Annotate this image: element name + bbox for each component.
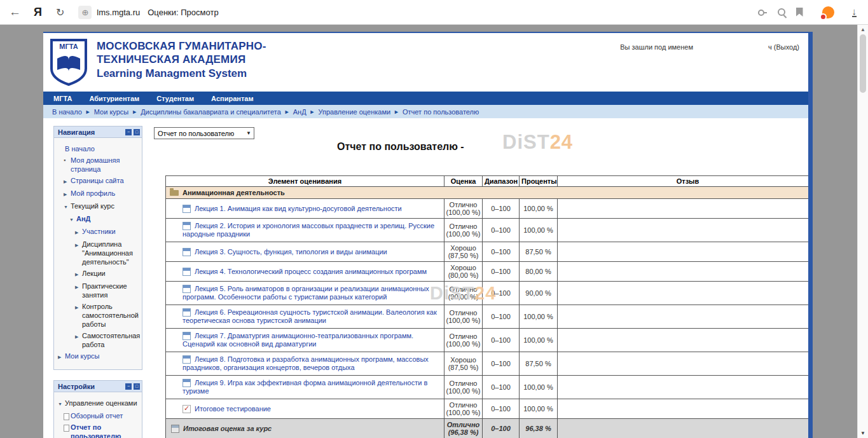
grade-item-row: Лекция 2. История и хронология массовых …: [166, 219, 813, 242]
grade-cell: Хорошо(87,50 %): [444, 352, 483, 376]
range-cell: 0–100: [483, 262, 520, 282]
sidebar-item-label: АнД: [76, 214, 90, 224]
sidebar-item[interactable]: ▼ Управление оценками: [58, 399, 140, 409]
col-header-percent: Проценты: [520, 176, 558, 187]
sidebar-item[interactable]: ▶ Мой профиль: [64, 189, 140, 199]
sidebar-item[interactable]: ▶ Мои курсы: [58, 352, 140, 362]
menu-item-studentam[interactable]: Студентам: [156, 95, 194, 102]
lesson-icon: [183, 268, 191, 276]
grade-item-link[interactable]: Лекция 2. История и хронология массовых …: [183, 222, 434, 238]
tree-toggle-icon[interactable]: ▼: [69, 214, 76, 224]
scrollbar[interactable]: ▲ ▼: [857, 25, 868, 438]
block-collapse-icon[interactable]: −: [125, 383, 132, 390]
tree-toggle-icon[interactable]: ▶: [75, 302, 82, 329]
breadcrumb-grades-admin[interactable]: Управление оценками: [319, 108, 391, 116]
logo-text: МГТА: [59, 43, 78, 50]
sidebar-item[interactable]: ▶ Лекции: [75, 269, 140, 279]
sidebar-item[interactable]: В начало: [58, 144, 140, 153]
notifications-icon[interactable]: [822, 6, 834, 18]
sidebar-item[interactable]: ▶ Контроль самостоятельной работы: [75, 302, 140, 329]
sidebar-item[interactable]: ▶ Практические занятия: [75, 282, 140, 299]
scroll-up-icon[interactable]: ▲: [858, 27, 868, 32]
tree-toggle-icon[interactable]: ▪: [64, 156, 71, 174]
menu-item-abiturientam[interactable]: Абитуриентам: [89, 95, 139, 102]
menu-item-aspirantam[interactable]: Аспирантам: [211, 95, 253, 102]
range-cell: 0–100: [483, 329, 520, 352]
grade-item-link[interactable]: Лекция 3. Сущность, функция, типология и…: [195, 248, 387, 256]
back-icon[interactable]: ←: [9, 5, 21, 19]
scroll-down-icon[interactable]: ▼: [858, 430, 868, 436]
sidebar: Навигация − □ В начало ▪ Моя домашняя ст…: [53, 126, 142, 438]
report-type-select[interactable]: Отчет по пользователю ▼: [154, 127, 254, 139]
sidebar-item[interactable]: ▶ Дисциплина "Анимационная деятельность": [75, 240, 140, 266]
downloads-icon[interactable]: ↓: [852, 7, 857, 17]
tree-toggle-icon[interactable]: [64, 411, 71, 420]
feedback-cell: [558, 282, 813, 305]
grade-item-row: Лекция 6. Рекреационная сущность туристс…: [166, 305, 813, 329]
total-percent-cell: 96,38 %: [520, 419, 558, 438]
sidebar-item[interactable]: ▼ АнД: [69, 214, 140, 224]
breadcrumb-user-report[interactable]: Отчет по пользователю: [403, 108, 479, 116]
tree-toggle-icon[interactable]: ▶: [75, 331, 82, 349]
tree-toggle-icon[interactable]: [64, 423, 71, 438]
reload-icon[interactable]: ↻: [56, 6, 64, 18]
tree-toggle-icon[interactable]: ▶: [64, 176, 71, 186]
grade-cell: Отлично(100,00 %): [444, 199, 483, 219]
tree-toggle-icon[interactable]: ▶: [75, 227, 82, 237]
navigation-block-title: Навигация: [58, 128, 95, 136]
breadcrumb: В начало ► Мои курсы ► Дисциплины бакала…: [43, 105, 808, 118]
breadcrumb-disciplines[interactable]: Дисциплины бакалавриата и специалитета: [141, 108, 281, 116]
feedback-cell: [558, 329, 813, 352]
page-title: Отчет по пользователю -: [337, 141, 464, 153]
menu-item-mgta[interactable]: МГТА: [53, 95, 72, 102]
sidebar-item[interactable]: ▶ Самостоятельная работа: [75, 331, 140, 349]
navigation-list: В начало ▪ Моя домашняя страница ▶ Стран…: [54, 138, 142, 369]
sidebar-item[interactable]: ▶ Участники: [75, 227, 140, 237]
tree-toggle-icon[interactable]: ▶: [58, 352, 65, 362]
block-dock-icon[interactable]: □: [134, 129, 140, 135]
sidebar-item[interactable]: ▪ Моя домашняя страница: [64, 156, 140, 174]
tree-toggle-icon[interactable]: [58, 144, 65, 153]
sidebar-item-label: Отчет по пользователю: [71, 423, 140, 438]
grade-item-link[interactable]: Лекция 7. Драматургия анимационно-театра…: [183, 332, 413, 348]
yandex-browser-icon[interactable]: Я: [34, 6, 42, 19]
grade-item-link[interactable]: Лекция 6. Рекреационная сущность туристс…: [183, 308, 437, 324]
breadcrumb-my-courses[interactable]: Мои курсы: [94, 108, 128, 116]
logout-link[interactable]: ч (Выход): [768, 43, 799, 51]
address-bar-url[interactable]: lms.mgta.ru: [97, 8, 140, 17]
grade-item-link[interactable]: Лекция 9. Игра как эффективная форма ани…: [183, 379, 427, 395]
lesson-icon: [183, 332, 191, 340]
tree-toggle-icon[interactable]: ▼: [64, 202, 71, 212]
col-header-range: Диапазон: [483, 176, 520, 187]
grade-cell: Отлично(100,00 %): [444, 219, 483, 242]
tree-toggle-icon[interactable]: ▶: [75, 240, 82, 266]
grade-item-link[interactable]: Итоговое тестирование: [195, 405, 271, 413]
grade-item-link[interactable]: Лекция 4. Технологический процесс создан…: [195, 268, 427, 275]
percent-cell: 87,50 %: [520, 352, 558, 376]
sidebar-item[interactable]: ▼ Текущий курс: [64, 202, 140, 212]
search-icon[interactable]: [776, 7, 787, 18]
block-collapse-icon[interactable]: −: [125, 129, 132, 135]
tree-toggle-icon[interactable]: ▶: [75, 269, 82, 279]
sidebar-item[interactable]: Отчет по пользователю: [64, 423, 140, 438]
grade-item-row: Лекция 5. Роль аниматоров в организации …: [166, 282, 813, 305]
tree-toggle-icon[interactable]: ▼: [58, 399, 65, 409]
navigation-block: Навигация − □ В начало ▪ Моя домашняя ст…: [53, 126, 142, 370]
grade-item-link[interactable]: Лекция 8. Подготовка и разработка анимац…: [183, 355, 429, 371]
grade-item-link[interactable]: Лекция 1. Анимация как вид культурно-дос…: [195, 205, 402, 212]
scroll-thumb[interactable]: [860, 34, 866, 93]
password-manager-icon[interactable]: [757, 7, 768, 17]
grade-item-link[interactable]: Лекция 5. Роль аниматоров в организации …: [183, 285, 429, 301]
sidebar-item[interactable]: ▶ Страницы сайта: [64, 176, 140, 186]
tree-toggle-icon[interactable]: ▶: [75, 282, 82, 299]
breadcrumb-separator-icon: ►: [132, 109, 137, 115]
sidebar-item-label: В начало: [65, 144, 95, 153]
bookmark-icon[interactable]: [796, 8, 803, 17]
block-dock-icon[interactable]: □: [134, 383, 140, 390]
tree-toggle-icon[interactable]: ▶: [64, 189, 71, 199]
page-body: Навигация − □ В начало ▪ Моя домашняя ст…: [43, 118, 808, 438]
sidebar-item[interactable]: Обзорный отчет: [64, 411, 140, 420]
breadcrumb-home[interactable]: В начало: [52, 108, 82, 116]
breadcrumb-course[interactable]: АнД: [293, 108, 307, 116]
lesson-icon: [183, 248, 191, 256]
